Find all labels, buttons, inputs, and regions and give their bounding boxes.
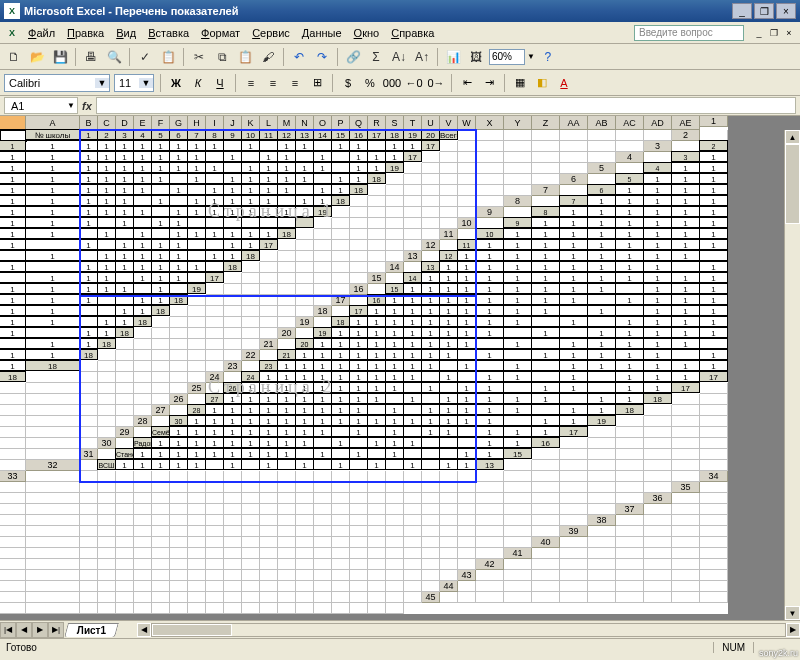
cell[interactable] [296,482,314,493]
cell[interactable] [588,130,616,141]
cell[interactable]: 19 [403,129,422,140]
cell[interactable]: 1 [403,338,422,349]
cell[interactable]: 1 [385,151,404,162]
cell[interactable]: 27 [205,393,224,404]
cell[interactable]: 1 [331,327,350,338]
cell[interactable] [440,185,458,196]
column-header[interactable]: I [206,116,224,130]
cell[interactable] [98,361,116,372]
cell[interactable] [422,471,440,482]
cell[interactable] [672,559,700,570]
cell[interactable]: 1 [615,393,644,404]
cell[interactable] [368,240,386,251]
cell[interactable] [386,559,404,570]
cell[interactable]: 1 [457,459,476,470]
cell[interactable] [188,328,206,339]
cell[interactable] [644,471,672,482]
cell[interactable] [368,570,386,581]
cell[interactable]: 1 [349,426,368,437]
cell[interactable] [672,394,700,405]
row-header[interactable]: 1 [700,116,728,127]
cell[interactable]: 1 [259,459,278,470]
cell[interactable] [350,482,368,493]
cell[interactable] [98,559,116,570]
cell[interactable]: 1 [503,426,532,437]
cell[interactable]: 1 [331,393,350,404]
cell[interactable] [588,581,616,592]
cell[interactable]: 1 [385,327,404,338]
cell[interactable] [367,404,386,415]
column-header[interactable]: AA [560,116,588,130]
cell[interactable] [296,537,314,548]
cell[interactable]: 1 [169,140,188,151]
cell[interactable] [0,438,26,449]
cell[interactable]: 3 [671,151,700,162]
cell[interactable]: 1 [699,206,728,217]
borders-button[interactable]: ▦ [511,74,529,92]
cell[interactable] [116,372,134,383]
cell[interactable] [700,570,728,581]
cell[interactable] [206,548,224,559]
cell[interactable] [331,162,350,173]
cell[interactable] [296,251,314,262]
open-button[interactable]: 📂 [27,47,47,67]
cell[interactable] [700,449,728,460]
cell[interactable]: 1 [0,261,26,272]
font-size-combo[interactable]: ▼ [114,74,154,92]
cell[interactable] [504,185,532,196]
cell[interactable] [80,361,98,372]
cell[interactable] [97,217,116,228]
cell[interactable] [188,317,206,328]
cell[interactable] [476,515,504,526]
cell[interactable]: 1 [133,206,152,217]
row-header[interactable]: 19 [296,317,314,328]
cell[interactable]: 1 [277,140,296,151]
decrease-indent-button[interactable]: ⇤ [458,74,476,92]
restore-button[interactable]: ❐ [754,3,774,19]
cell[interactable]: 1 [367,327,386,338]
cell[interactable] [404,218,422,229]
cell[interactable]: 1 [205,206,224,217]
cell[interactable] [644,537,672,548]
cell[interactable]: 1 [699,283,728,294]
cell[interactable] [588,427,616,438]
cell[interactable]: 1 [457,382,476,393]
cell[interactable] [531,316,560,327]
cell[interactable] [134,603,152,614]
cell[interactable]: 1 [615,272,644,283]
cell[interactable] [588,482,616,493]
cell[interactable]: 1 [0,239,26,250]
cell[interactable] [170,372,188,383]
cell[interactable]: 1 [169,228,188,239]
cell[interactable]: 1 [421,426,440,437]
cell[interactable] [560,570,588,581]
cell[interactable] [242,317,260,328]
cell[interactable] [672,493,700,504]
cell[interactable] [350,251,368,262]
cell[interactable]: 14 [403,272,422,283]
cell[interactable] [116,570,134,581]
cell[interactable] [188,515,206,526]
cell[interactable] [80,394,98,405]
cell[interactable] [588,493,616,504]
cell[interactable]: 1 [313,404,332,415]
cell[interactable]: 1 [313,393,332,404]
cell[interactable] [350,515,368,526]
cell[interactable] [457,349,476,360]
cell[interactable] [26,603,80,614]
cell[interactable] [206,592,224,603]
cell[interactable]: 15 [503,448,532,459]
cell[interactable]: 1 [223,415,242,426]
cell[interactable]: 1 [133,294,152,305]
cell[interactable]: 1 [457,448,476,459]
cell[interactable] [615,305,644,316]
cell[interactable]: 1 [615,294,644,305]
cell[interactable]: 1 [385,426,404,437]
cell[interactable]: 1 [277,151,296,162]
column-header[interactable]: AC [616,116,644,130]
cell[interactable] [616,427,644,438]
cell[interactable] [25,327,80,338]
cell[interactable] [296,570,314,581]
cell[interactable] [152,537,170,548]
cell[interactable]: 1 [277,437,296,448]
